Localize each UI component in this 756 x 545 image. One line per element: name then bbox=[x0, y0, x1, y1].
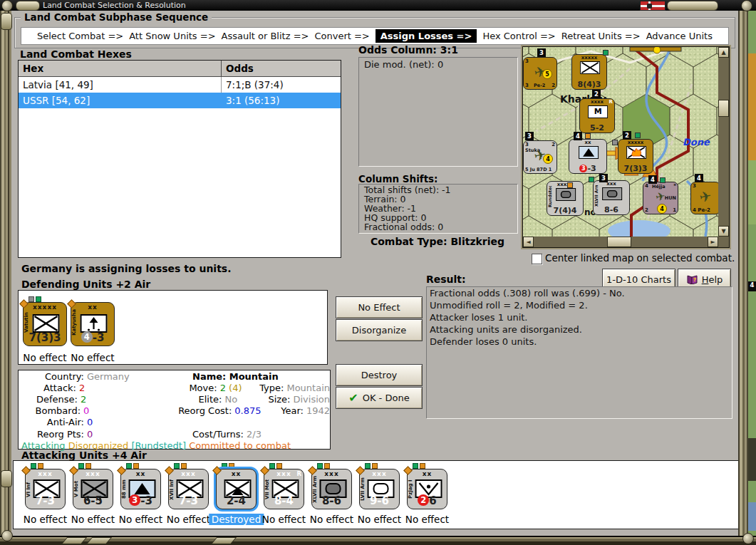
window-close-button[interactable] bbox=[667, 1, 718, 11]
status-dot-orange bbox=[276, 463, 282, 469]
unit-counter[interactable]: Katyusha xx 4-3 bbox=[71, 302, 115, 346]
result-line: Defender loses 0 units. bbox=[428, 336, 730, 348]
window-menu-button[interactable] bbox=[1, 0, 13, 11]
attacking-unit[interactable]: PzJag I xx 26 No effect bbox=[407, 462, 447, 529]
column-shifts-panel: Total shifts (net): -1 Terrain: 0 Weathe… bbox=[358, 184, 518, 234]
unit-status-label: No effect bbox=[167, 514, 210, 525]
map-unit-hq[interactable]: xxxx R M 5-2 bbox=[579, 98, 615, 133]
attacking-unit-selected[interactable]: xx 2-4 Destroyed bbox=[216, 462, 257, 529]
scrollbar-thumb[interactable] bbox=[607, 237, 631, 247]
unit-counter[interactable]: 88 mm xx 3-3 bbox=[120, 469, 161, 509]
map-air-unit-pe2[interactable]: 3 ✈ 3 Pe-2 2 5 bbox=[523, 57, 557, 90]
hex-cell[interactable]: USSR [54, 62] bbox=[19, 93, 222, 108]
hex-stack-badge: 3 bbox=[599, 174, 608, 182]
unit-strength: 8(4)3 bbox=[572, 80, 606, 89]
air-badge: 4 bbox=[657, 204, 667, 214]
attacking-unit[interactable]: XVII Inf xxx 7-3 No effect bbox=[168, 462, 209, 529]
ok-done-button[interactable]: ✔ OK - Done bbox=[336, 387, 423, 409]
attacking-unit[interactable]: VII Mot xxx R 8-4 No effect bbox=[264, 462, 304, 529]
flag-committed: Committed to combat bbox=[189, 440, 291, 451]
window-shade-button[interactable] bbox=[16, 1, 40, 11]
no-effect-button[interactable]: No Effect bbox=[336, 296, 423, 318]
unit-counter[interactable]: XVII Inf xxx 7-3 bbox=[168, 469, 209, 509]
control-dot bbox=[585, 133, 591, 139]
map-unit-armor[interactable]: XLVII Arm xxx 8-6 bbox=[593, 180, 630, 215]
scroll-down-button[interactable]: ▼ bbox=[718, 226, 729, 237]
column-odds: Odds bbox=[222, 61, 341, 76]
combat-hexes-title: Land Combat Hexes bbox=[20, 48, 132, 60]
scroll-left-button[interactable]: ◄ bbox=[523, 237, 534, 247]
reorg-cost-label: Reorg Cost: bbox=[165, 405, 235, 416]
map-unit-hq-rundstedt[interactable]: Rundstedt xxxxx 7(4)4 bbox=[547, 181, 584, 216]
elite-label: Elite: bbox=[157, 394, 224, 405]
linked-map-view[interactable]: Kharkov Done no 3 2 4 2 3 3 4 4 xxxxx 8(… bbox=[522, 46, 730, 248]
scroll-right-button[interactable]: ► bbox=[708, 237, 718, 247]
unit-counter[interactable]: VII Mot xxx R 8-4 bbox=[264, 469, 304, 509]
defense-label: Defense: bbox=[19, 394, 81, 405]
odds-cell[interactable]: 7:1;B (37:4) bbox=[222, 77, 341, 93]
unit-counter[interactable]: xx 2-4 bbox=[216, 469, 257, 509]
step-select-combat: Select Combat => bbox=[37, 31, 123, 41]
unit-counter[interactable]: PzJag I xx 26 bbox=[407, 469, 447, 509]
window-left-border bbox=[0, 11, 11, 545]
attacking-unit[interactable]: LVII Arm xxx 9-6 No effect bbox=[359, 462, 400, 529]
year-value: 1942 bbox=[306, 405, 330, 416]
status-dot-green bbox=[222, 463, 227, 469]
unit-counter[interactable]: VI Inf xxx 7-3 bbox=[25, 469, 66, 509]
loss-marker: 3 bbox=[579, 165, 587, 172]
unit-size: xx bbox=[569, 140, 606, 145]
country-value: Germany bbox=[87, 371, 180, 382]
map-air-unit-stuka[interactable]: 3 2 Stuka ✈ 5 Ju 87D 1 4 bbox=[523, 140, 557, 174]
move-paren: (4) bbox=[229, 383, 242, 393]
combat-hexes-list: Hex Odds Latvia [41, 49] 7:1;B (37:4) US… bbox=[18, 60, 341, 258]
attack-value: 2 bbox=[79, 383, 155, 393]
air-stat: 3 bbox=[525, 142, 529, 147]
map-horizontal-scrollbar[interactable]: ◄ ► bbox=[523, 237, 718, 247]
status-dot-orange bbox=[38, 463, 43, 469]
unit-strength: 5-2 bbox=[580, 123, 614, 133]
attacking-units-title: Attacking Units +4 Air bbox=[21, 450, 147, 461]
map-terrain[interactable]: Kharkov Done no 3 2 4 2 3 3 4 4 xxxxx 8(… bbox=[523, 47, 718, 237]
unit-counter[interactable]: LVII Arm xxx 9-6 bbox=[359, 469, 400, 509]
map-unit-antiair[interactable]: xx 3-3 bbox=[569, 139, 607, 174]
table-row-selected[interactable]: USSR [54, 62] 3:1 (56:13) bbox=[19, 93, 341, 108]
attacking-unit[interactable]: V Mot xxx 6-5 No effect bbox=[73, 462, 113, 529]
nato-infantry-icon bbox=[33, 314, 60, 333]
disorganize-button[interactable]: Disorganize bbox=[336, 319, 423, 341]
unit-strength: -3 bbox=[93, 331, 105, 344]
subphase-sequence-bar: Select Combat => Att Snow Units => Assau… bbox=[21, 27, 729, 45]
unit-size: xxx bbox=[312, 470, 351, 477]
defense-value: 2 bbox=[81, 394, 157, 405]
unit-counter[interactable]: Vatutin xxxxx 7(3)3 bbox=[23, 302, 67, 346]
unit-counter[interactable]: V Mot xxx 6-5 bbox=[73, 469, 113, 509]
map-vertical-scrollbar[interactable]: ▲ ▼ bbox=[718, 47, 729, 237]
destroy-button[interactable]: Destroy bbox=[336, 364, 423, 386]
attacking-unit[interactable]: 88 mm xx 3-3 No effect bbox=[120, 462, 161, 529]
scrollbar-thumb[interactable] bbox=[718, 100, 729, 117]
defending-unit[interactable]: Katyusha xx 4-3 No effect bbox=[71, 296, 115, 363]
unit-strength: 6 bbox=[429, 494, 436, 507]
nato-infantry-icon bbox=[580, 61, 600, 74]
unit-size: xxx bbox=[360, 470, 399, 477]
center-map-checkbox[interactable] bbox=[532, 254, 542, 264]
odds-cell[interactable]: 3:1 (56:13) bbox=[222, 93, 341, 108]
unit-size: xxx bbox=[73, 470, 113, 477]
hex-stack-badge: 4 bbox=[695, 174, 703, 182]
step-retreat-units: Retreat Units => bbox=[561, 31, 641, 41]
map-unit-combat-hex[interactable]: xxxxx 7(3)3 bbox=[618, 139, 653, 174]
defending-unit[interactable]: Vatutin xxxxx 7(3)3 No effect bbox=[23, 296, 67, 363]
cost-turns-label: Cost/Turns: bbox=[172, 429, 247, 440]
unit-counter[interactable]: XLVII Arm xxx 8-6 bbox=[311, 469, 352, 509]
map-unit-infantry[interactable]: xxxxx 8(4)3 bbox=[571, 54, 607, 90]
unit-designation: XLVII Arm bbox=[594, 185, 599, 207]
hex-cell[interactable]: Latvia [41, 49] bbox=[19, 77, 222, 93]
map-air-unit-hejja[interactable]: 4 * Héjja ✈ HUN 2 1 4 bbox=[643, 182, 678, 214]
hex-stack-badge: 2 bbox=[623, 131, 631, 140]
attacking-unit[interactable]: XLVII Arm xxx 8-6 No effect bbox=[311, 462, 352, 529]
scroll-up-button[interactable]: ▲ bbox=[718, 47, 729, 58]
control-dot bbox=[660, 177, 666, 183]
center-map-label: Center linked map on selected combat. bbox=[545, 252, 735, 264]
map-air-unit-pe2-right[interactable]: 3 ✈ 4 Pe-2 bbox=[690, 182, 718, 214]
table-row[interactable]: Latvia [41, 49] 7:1;B (37:4) bbox=[19, 77, 341, 93]
attacking-unit[interactable]: VI Inf xxx 7-3 No effect bbox=[25, 462, 66, 529]
